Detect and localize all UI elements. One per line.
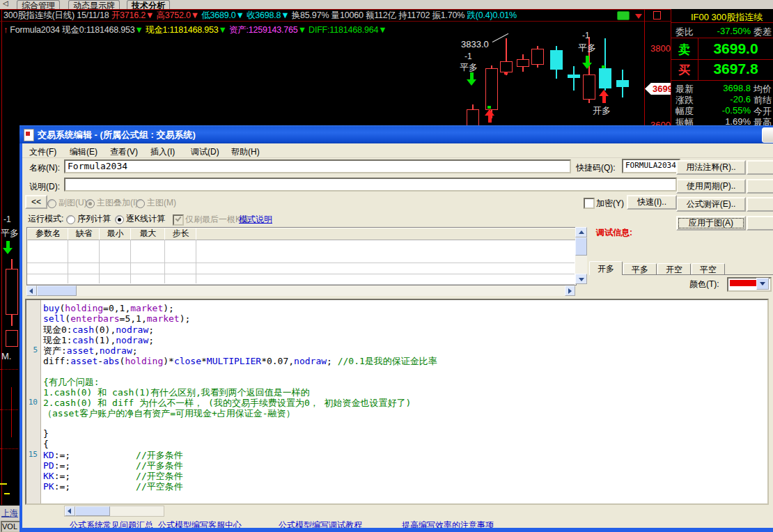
scroll-down-icon[interactable]	[575, 274, 587, 284]
scroll-up-icon[interactable]	[575, 227, 587, 237]
formula-evaluate-button[interactable]: 公式测评(E)..	[676, 197, 746, 212]
code-lines[interactable]: buy(holding=0,1,market);sell(enterbars=5…	[26, 300, 767, 503]
sell-signal-arrow-icon	[582, 63, 592, 69]
debug-info-label: 调试信息:	[596, 227, 632, 239]
signal-tick	[602, 65, 605, 68]
quote-row-最新: 最新3698.8均价	[671, 83, 773, 94]
code-line-4[interactable]: 现金1:cash(1),nodraw;	[43, 334, 154, 345]
import-formula-button[interactable]: 引入公	[747, 179, 773, 194]
encrypt-checkbox[interactable]	[584, 198, 595, 209]
name-label: 名称(N):	[29, 162, 60, 174]
confirm-button[interactable]: 确	[747, 160, 773, 175]
code-line-9[interactable]: 1.cash(0) 和 cash(1)有什么区别,我看到两个返回值是一样的	[43, 386, 310, 397]
candle-body	[550, 50, 563, 70]
param-col-header[interactable]: 最大	[130, 228, 166, 240]
menu-item-2[interactable]: 查看(V)	[110, 146, 138, 158]
editor-hscroll-thumb[interactable]	[75, 506, 110, 516]
editor-hscrollbar[interactable]	[64, 506, 164, 517]
scroll-right-icon[interactable]	[565, 285, 575, 296]
hotkey-input[interactable]: FORMULA2034	[622, 159, 680, 173]
menu-item-1[interactable]: 编辑(E)	[70, 146, 97, 158]
param-col-header[interactable]: 缺省	[68, 228, 100, 240]
code-line-2[interactable]: sell(enterbars=5,1,market);	[43, 313, 190, 324]
apply-to-chart-button[interactable]: 应用于图(A)	[676, 216, 746, 230]
param-col-header[interactable]: 最小	[99, 228, 132, 240]
editor-scroll-left-icon[interactable]	[65, 506, 75, 516]
description-input[interactable]	[64, 178, 677, 191]
refresh-last-checkbox[interactable]	[173, 214, 184, 226]
ask-label[interactable]: 卖	[678, 42, 690, 58]
code-line-18[interactable]: PK:=; //平空条件	[43, 480, 183, 491]
code-line-10[interactable]: 2.cash(0) 和 diff 为什么不一样， (我的交易手续费设置为0， 初…	[43, 397, 411, 407]
parameter-table[interactable]: 参数名缺省最小最大步长	[26, 227, 577, 285]
code-line-1[interactable]: buy(holding=0,1,market);	[43, 303, 174, 313]
candle-body	[485, 68, 498, 110]
leftstrip-yellow-dash-2	[4, 493, 10, 494]
signal-label-neg1-left: -1	[464, 52, 472, 61]
menu-item-4[interactable]: 调试(D)	[191, 146, 219, 158]
rate-settings-button[interactable]: 费率设	[747, 197, 773, 212]
radio-mainchart[interactable]	[136, 199, 145, 208]
candle-body	[568, 75, 580, 78]
candle-body	[616, 80, 629, 87]
code-line-13[interactable]: }	[43, 428, 49, 439]
code-line-11[interactable]: （asset客户账户的净自有资产=可用现金+占用保证金-融资）	[43, 407, 295, 418]
vscroll-thumb[interactable]	[575, 237, 587, 256]
code-line-16[interactable]: PD:=; //平多条件	[43, 460, 183, 470]
vol-indicator-label[interactable]: VOL	[1, 521, 22, 532]
param-col-header[interactable]: 步长	[164, 228, 197, 240]
close-button[interactable]	[762, 127, 773, 143]
use-period-button[interactable]: 使用周期(P)..	[676, 179, 746, 194]
radio-per-kline-calc[interactable]	[115, 215, 124, 224]
color-dropdown-chevron-icon[interactable]	[756, 278, 769, 290]
scroll-left-icon[interactable]	[26, 285, 37, 296]
window-icon	[24, 129, 34, 141]
param-col-header-filler	[196, 228, 576, 240]
color-label: 颜色(T):	[689, 279, 719, 290]
code-line-6[interactable]: diff:asset-abs(holding)*close*MULTIPLIER…	[43, 355, 437, 366]
menu-item-0[interactable]: 文件(F)	[29, 146, 56, 158]
quick-button[interactable]: 快速(I)..	[627, 195, 677, 210]
bid-price[interactable]: 3697.8	[702, 61, 770, 77]
param-col-header[interactable]: 参数名	[27, 228, 69, 240]
signal-tab-平多[interactable]: 平多	[623, 263, 657, 275]
menu-item-5[interactable]: 帮助(H)	[231, 146, 260, 158]
quote-row-幅度: 幅度-0.55%今开	[671, 105, 773, 116]
radio-sequence-calc[interactable]	[66, 215, 75, 224]
leftstrip-dotted-3	[0, 448, 18, 449]
code-line-5[interactable]: 资产:asset,nodraw;	[43, 345, 138, 355]
signal-tab-开多[interactable]: 开多	[589, 261, 623, 275]
candle-body	[583, 75, 595, 100]
param-table-vscrollbar[interactable]	[575, 227, 587, 284]
radio-subchart[interactable]	[47, 199, 56, 208]
param-table-hscrollbar[interactable]	[26, 285, 575, 296]
weibi-label: 委比	[676, 26, 694, 38]
bid-label[interactable]: 买	[678, 62, 690, 78]
status-shanghai-label[interactable]: 上海	[1, 508, 18, 519]
dialog-titlebar[interactable]: 交易系统编辑 - (所属公式组 : 交易系统)	[19, 125, 773, 143]
code-line-8[interactable]: {有几个问题:	[43, 376, 100, 386]
formula-code-editor[interactable]: 51015 buy(holding=0,1,market);sell(enter…	[25, 299, 769, 505]
name-input[interactable]: Formula2034	[64, 159, 571, 173]
candle-body	[517, 59, 529, 67]
signal-tab-平空[interactable]: 平空	[692, 263, 725, 275]
leftstrip-neg1: -1	[3, 214, 11, 224]
hscroll-thumb[interactable]	[37, 285, 77, 296]
ask-price[interactable]: 3699.0	[702, 40, 770, 57]
dialog-title: 交易系统编辑 - (所属公式组 : 交易系统)	[38, 129, 196, 141]
radio-overlay[interactable]	[86, 199, 95, 208]
code-line-17[interactable]: KK:=; //开空条件	[43, 470, 183, 480]
mode-help-link[interactable]: 模式说明	[239, 214, 272, 226]
dialog-bottom-border	[19, 528, 773, 532]
quote-row-涨跌: 涨跌-20.6前结	[671, 94, 773, 105]
hotkey-label: 快捷码(Q):	[576, 162, 616, 174]
signal-tab-开空[interactable]: 开空	[657, 263, 691, 275]
compile-formula-button[interactable]: 编译公	[747, 216, 773, 230]
code-line-3[interactable]: 现金0:cash(0),nodraw;	[43, 324, 154, 334]
usage-note-button[interactable]: 用法注释(R)..	[676, 160, 746, 175]
menu-item-3[interactable]: 插入(I)	[150, 146, 175, 158]
leftstrip-ma-label: M.	[1, 351, 11, 361]
collapse-button[interactable]: <<	[25, 195, 47, 209]
code-line-14[interactable]: {	[43, 439, 49, 449]
code-line-15[interactable]: KD:=; //开多条件	[43, 449, 183, 460]
